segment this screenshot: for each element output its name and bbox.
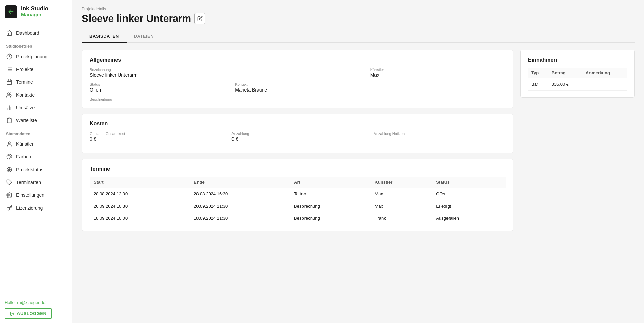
col-kuenstler: Künstler (371, 177, 432, 188)
bezeichnung-value: Sleeve linker Unterarm (90, 72, 360, 78)
users-icon (6, 92, 13, 98)
sidebar-item-kuenstler[interactable]: Künstler (0, 138, 72, 150)
logo-name-top: Ink Studio (21, 6, 48, 12)
sidebar-item-terminarten[interactable]: Terminarten (0, 176, 72, 189)
gear-icon (6, 192, 13, 199)
home-icon (6, 30, 13, 36)
sidebar-item-kontakte-label: Kontakte (16, 92, 35, 98)
sidebar-item-lizenzierung-label: Lizenzierung (16, 205, 43, 211)
gesamtkosten-field: Geplante Gesamtkosten 0 € (90, 132, 221, 142)
allgemeines-title: Allgemeines (90, 57, 506, 63)
section-stammdaten: Stammdaten (0, 127, 72, 138)
page-title-row: Sleeve linker Unterarm (82, 13, 635, 24)
cell-status: Ausgefallen (432, 212, 506, 224)
svg-point-11 (8, 93, 10, 95)
svg-point-22 (8, 169, 10, 171)
tab-basisdaten[interactable]: BASISDATEN (82, 30, 127, 43)
sidebar-item-projekte[interactable]: Projekte (0, 63, 72, 76)
kuenstler-value: Max (370, 72, 506, 78)
svg-point-16 (8, 142, 10, 144)
kosten-card: Kosten Geplante Gesamtkosten 0 € Anzahlu… (82, 114, 513, 153)
edit-icon (197, 16, 203, 21)
logout-icon (10, 311, 15, 316)
termine-title: Termine (90, 166, 506, 172)
app-logo: Ink Studio Manager (0, 0, 72, 24)
status-label: Status (90, 82, 225, 86)
tabs: BASISDATEN DATEIEN (82, 30, 635, 43)
cell-kuenstler: Frank (371, 212, 432, 224)
table-row[interactable]: Bar335,00 € (528, 78, 627, 91)
table-row[interactable]: 20.09.2024 10:3020.09.2024 11:30Besprech… (90, 200, 506, 212)
status-field: Status Offen (90, 82, 225, 93)
bezeichnung-label: Bezeichnung (90, 68, 360, 72)
clipboard-icon (6, 117, 13, 124)
beschreibung-field: Beschreibung (90, 97, 506, 101)
sidebar-item-umsaetze[interactable]: Umsätze (0, 101, 72, 114)
einnahmen-card: Einnahmen Typ Betrag Anmerkung Bar335,00… (520, 50, 635, 98)
cell-art: Besprechung (290, 200, 370, 212)
sidebar-item-kontakte[interactable]: Kontakte (0, 88, 72, 101)
table-row[interactable]: 28.08.2024 12:0028.08.2024 16:30TattooMa… (90, 188, 506, 200)
einnahmen-panel: Einnahmen Typ Betrag Anmerkung Bar335,00… (520, 50, 635, 98)
col-ende: Ende (190, 177, 290, 188)
circle-icon (6, 166, 13, 173)
col-typ: Typ (528, 68, 548, 78)
einnahmen-table: Typ Betrag Anmerkung Bar335,00 € (528, 68, 627, 91)
cell-status: Erledigt (432, 200, 506, 212)
kosten-title: Kosten (90, 121, 506, 127)
anzahlung-value: 0 € (231, 136, 363, 142)
logo-icon (5, 5, 17, 18)
col-art: Art (290, 177, 370, 188)
cell-status: Offen (432, 188, 506, 200)
cell-kuenstler: Max (371, 188, 432, 200)
key-icon (6, 205, 13, 211)
sidebar-item-termine-label: Termine (16, 79, 33, 85)
section-studiobetrieb: Studiobetrieb (0, 39, 72, 50)
termine-card: Termine Start Ende Art Künstler Status 2… (82, 159, 513, 231)
sidebar-item-farben-label: Farben (16, 154, 31, 159)
sidebar-item-farben[interactable]: Farben (0, 150, 72, 163)
sidebar-item-projektplanung[interactable]: Projektplanung (0, 50, 72, 63)
page-title: Sleeve linker Unterarm (82, 13, 191, 24)
sidebar-item-termine[interactable]: Termine (0, 76, 72, 88)
anzahlung-field: Anzahlung 0 € (231, 132, 363, 142)
edit-button[interactable] (194, 13, 205, 24)
sidebar-item-lizenzierung[interactable]: Lizenzierung (0, 202, 72, 214)
kontakt-value: Marieta Braune (235, 87, 506, 93)
cell-art: Tattoo (290, 188, 370, 200)
cell-ende: 18.09.2024 11:30 (190, 212, 290, 224)
termine-header-row: Start Ende Art Künstler Status (90, 177, 506, 188)
sidebar-item-dashboard[interactable]: Dashboard (0, 27, 72, 39)
col-status: Status (432, 177, 506, 188)
allgemeines-row2: Status Offen Kontakt Marieta Braune (90, 82, 506, 93)
sidebar-item-projektplanung-label: Projektplanung (16, 54, 47, 59)
kuenstler-field: Künstler Max (370, 68, 506, 78)
user-icon (6, 141, 13, 147)
col-anmerkung: Anmerkung (582, 68, 627, 78)
svg-point-20 (8, 157, 8, 157)
tag-icon (6, 179, 13, 186)
kontakt-label: Kontakt (235, 82, 506, 86)
col-betrag: Betrag (548, 68, 582, 78)
anzahlung-notizen-field: Anzahlung Notizen (374, 132, 506, 142)
tab-dateien[interactable]: DATEIEN (127, 30, 162, 43)
cell-kuenstler: Max (371, 200, 432, 212)
sidebar-item-warteliste[interactable]: Warteliste (0, 114, 72, 127)
svg-point-17 (10, 155, 10, 156)
cell-betrag: 335,00 € (548, 78, 582, 91)
cell-start: 18.09.2024 10:00 (90, 212, 190, 224)
table-row[interactable]: 18.09.2024 10:0018.09.2024 11:30Besprech… (90, 212, 506, 224)
einnahmen-title: Einnahmen (528, 57, 627, 63)
cell-ende: 20.09.2024 11:30 (190, 200, 290, 212)
cell-ende: 28.08.2024 16:30 (190, 188, 290, 200)
user-email: Hallo, m@xjaeger.de! (5, 300, 67, 305)
logout-button[interactable]: AUSLOGGEN (5, 308, 52, 319)
sidebar-item-einstellungen[interactable]: Einstellungen (0, 189, 72, 202)
content-layout: Allgemeines Bezeichnung Sleeve linker Un… (82, 50, 635, 231)
sidebar-item-projekte-label: Projekte (16, 67, 33, 72)
bezeichnung-field: Bezeichnung Sleeve linker Unterarm (90, 68, 360, 78)
cell-start: 28.08.2024 12:00 (90, 188, 190, 200)
logout-label: AUSLOGGEN (17, 311, 46, 316)
sidebar-item-projektstatus[interactable]: Projektstatus (0, 163, 72, 176)
clock-icon (6, 53, 13, 60)
